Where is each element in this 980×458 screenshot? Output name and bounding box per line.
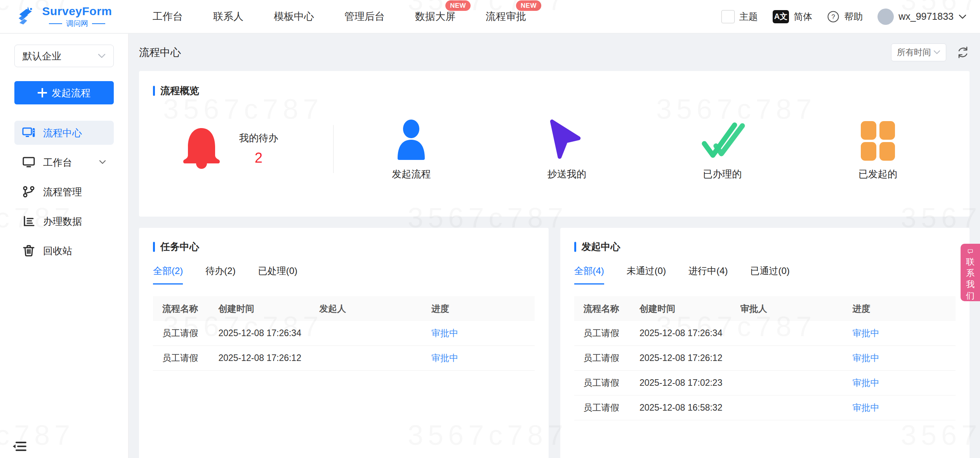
nav-item-contacts[interactable]: 联系人 bbox=[213, 10, 243, 23]
main-nav: 工作台 联系人 模板中心 管理后台 数据大屏 NEW 流程审批 NEW bbox=[153, 10, 526, 23]
bell-icon bbox=[181, 126, 222, 172]
table-row: 员工请假 2025-12-08 17:26:12 审批中 bbox=[574, 346, 956, 371]
page-title: 流程中心 bbox=[139, 45, 181, 59]
todo-label: 我的待办 bbox=[239, 132, 278, 144]
sidebar-menu: 流程中心 工作台 bbox=[14, 121, 114, 263]
sidebar-item-workflow-center[interactable]: 流程中心 bbox=[14, 121, 114, 145]
overview-card: 流程概览 我的待办 2 bbox=[139, 71, 970, 217]
sidebar: 默认企业 发起流程 流程中心 bbox=[0, 34, 129, 458]
logo-title: SurveyForm bbox=[42, 5, 112, 18]
table-header: 流程名称 创建时间 审批人 进度 bbox=[574, 296, 956, 321]
initiate-table: 流程名称 创建时间 审批人 进度 员工请假 2025-12-08 17:26:3… bbox=[574, 296, 956, 420]
svg-text:?: ? bbox=[831, 13, 835, 21]
new-badge: NEW bbox=[445, 0, 471, 11]
nav-item-workbench[interactable]: 工作台 bbox=[153, 10, 183, 23]
workflow-center-icon bbox=[22, 126, 35, 139]
initiate-center-card: 发起中心 全部(4) 未通过(0) 进行中(4) 已通过(0) 流程名称 创建时… bbox=[560, 228, 970, 458]
table-row: 员工请假 2025-12-08 16:58:32 审批中 bbox=[574, 396, 956, 420]
new-badge: NEW bbox=[516, 0, 541, 11]
table-row: 员工请假 2025-12-08 17:02:23 审批中 bbox=[574, 371, 956, 396]
double-check-icon bbox=[699, 117, 745, 161]
chat-bubble-icon bbox=[965, 249, 975, 254]
git-branch-icon bbox=[22, 185, 35, 198]
chevron-down-icon bbox=[98, 54, 106, 59]
translate-icon: A文 bbox=[773, 10, 789, 23]
nav-item-admin[interactable]: 管理后台 bbox=[344, 10, 385, 23]
task-center-title: 任务中心 bbox=[153, 240, 535, 253]
header-right: 主题 A文 简体 ? 帮助 wx_9971833 bbox=[714, 9, 980, 25]
table-header: 流程名称 创建时间 发起人 进度 bbox=[153, 296, 535, 321]
user-menu[interactable]: wx_9971833 bbox=[877, 9, 967, 25]
chevron-down-icon bbox=[99, 160, 106, 165]
cursor-icon bbox=[549, 117, 584, 161]
refresh-icon bbox=[956, 46, 970, 59]
user-icon bbox=[392, 117, 430, 161]
initiate-center-tabs: 全部(4) 未通过(0) 进行中(4) 已通过(0) bbox=[574, 265, 956, 285]
tab-in-progress[interactable]: 进行中(4) bbox=[688, 265, 728, 285]
nav-item-dashboard[interactable]: 数据大屏 NEW bbox=[415, 10, 455, 23]
overview-item-cc[interactable]: 抄送我的 bbox=[489, 117, 645, 180]
status-link[interactable]: 审批中 bbox=[853, 328, 879, 338]
org-select[interactable]: 默认企业 bbox=[14, 45, 114, 67]
tab-rejected[interactable]: 未通过(0) bbox=[627, 265, 666, 285]
tab-all[interactable]: 全部(2) bbox=[153, 265, 183, 285]
grid-icon bbox=[859, 117, 897, 161]
todo-count: 2 bbox=[255, 150, 262, 166]
avatar bbox=[877, 9, 894, 25]
status-link[interactable]: 审批中 bbox=[431, 328, 458, 338]
chevron-down-icon bbox=[933, 50, 940, 55]
chevron-down-icon bbox=[958, 14, 967, 19]
username: wx_9971833 bbox=[898, 11, 954, 22]
help-button[interactable]: ? 帮助 bbox=[827, 10, 863, 23]
main-content: 流程中心 所有时间 bbox=[129, 34, 980, 458]
bar-chart-icon bbox=[22, 215, 35, 228]
overview-item-initiated[interactable]: 已发起的 bbox=[800, 117, 956, 180]
plus-icon bbox=[38, 88, 47, 97]
sidebar-item-recycle-bin[interactable]: 回收站 bbox=[14, 239, 114, 263]
theme-swatch-icon[interactable] bbox=[721, 10, 735, 23]
status-link[interactable]: 审批中 bbox=[853, 378, 879, 388]
sidebar-item-workflow-manage[interactable]: 流程管理 bbox=[14, 180, 114, 204]
todo-summary[interactable]: 我的待办 2 bbox=[181, 126, 333, 172]
theme-switcher[interactable]: 主题 bbox=[721, 10, 758, 23]
status-link[interactable]: 审批中 bbox=[853, 353, 879, 363]
initiate-center-title: 发起中心 bbox=[574, 240, 956, 253]
task-center-tabs: 全部(2) 待办(2) 已处理(0) bbox=[153, 265, 535, 285]
tab-processed[interactable]: 已处理(0) bbox=[258, 265, 297, 285]
question-icon: ? bbox=[827, 10, 839, 23]
menu-fold-icon[interactable] bbox=[12, 440, 27, 453]
status-link[interactable]: 审批中 bbox=[853, 402, 879, 413]
table-row: 员工请假 2025-12-08 17:26:34 审批中 bbox=[153, 321, 535, 346]
logo-subtitle: 调问网 bbox=[49, 19, 105, 29]
overview-item-done[interactable]: 已办理的 bbox=[645, 117, 800, 180]
overview-item-initiate[interactable]: 发起流程 bbox=[334, 117, 489, 180]
task-center-card: 任务中心 全部(2) 待办(2) 已处理(0) 流程名称 创建时间 发起人 进度… bbox=[139, 228, 549, 458]
logo[interactable]: SurveyForm 调问网 bbox=[0, 5, 129, 29]
page-head: 流程中心 所有时间 bbox=[139, 34, 970, 71]
task-table: 流程名称 创建时间 发起人 进度 员工请假 2025-12-08 17:26:3… bbox=[153, 296, 535, 371]
tab-all[interactable]: 全部(4) bbox=[574, 265, 604, 285]
sidebar-item-workbench[interactable]: 工作台 bbox=[14, 150, 114, 174]
tab-todo[interactable]: 待办(2) bbox=[205, 265, 235, 285]
sidebar-item-process-data[interactable]: 办理数据 bbox=[14, 209, 114, 233]
refresh-button[interactable] bbox=[956, 46, 970, 59]
time-filter-select[interactable]: 所有时间 bbox=[891, 43, 946, 61]
table-row: 员工请假 2025-12-08 17:26:34 审批中 bbox=[574, 321, 956, 346]
logo-mark-icon bbox=[16, 6, 36, 28]
language-switcher[interactable]: A文 简体 bbox=[773, 10, 812, 23]
status-link[interactable]: 审批中 bbox=[431, 353, 458, 363]
top-header: SurveyForm 调问网 工作台 联系人 模板中心 管理后台 数据大屏 NE… bbox=[0, 0, 980, 33]
trash-icon bbox=[22, 244, 35, 257]
overview-title: 流程概览 bbox=[153, 84, 956, 97]
nav-item-approval[interactable]: 流程审批 NEW bbox=[486, 10, 526, 23]
create-workflow-button[interactable]: 发起流程 bbox=[14, 81, 114, 104]
table-row: 员工请假 2025-12-08 17:26:12 审批中 bbox=[153, 346, 535, 371]
tab-approved[interactable]: 已通过(0) bbox=[751, 265, 790, 285]
app-screen: SurveyForm 调问网 工作台 联系人 模板中心 管理后台 数据大屏 NE… bbox=[0, 0, 980, 458]
contact-us-button[interactable]: 联系我们 bbox=[961, 244, 980, 301]
contact-us-label: 联系我们 bbox=[966, 256, 975, 301]
monitor-icon bbox=[22, 156, 35, 169]
nav-item-templates[interactable]: 模板中心 bbox=[274, 10, 314, 23]
